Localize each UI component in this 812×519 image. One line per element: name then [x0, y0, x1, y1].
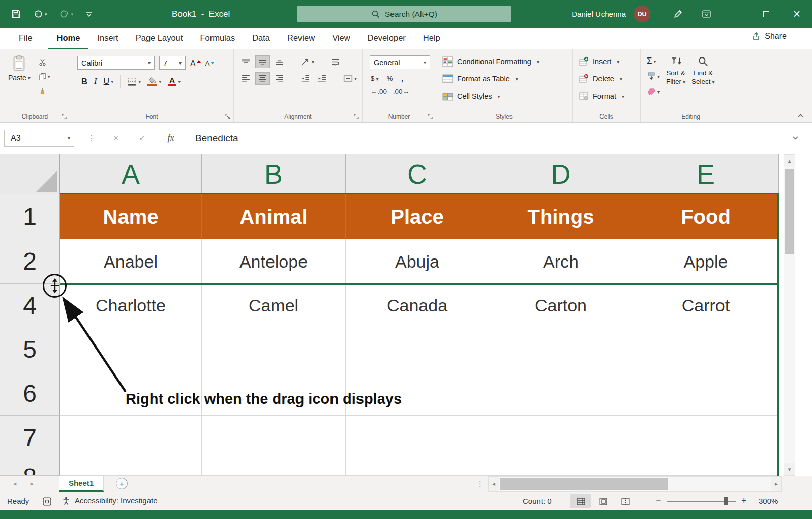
- align-center-button[interactable]: [256, 73, 269, 84]
- tab-home[interactable]: Home: [48, 28, 89, 49]
- save-button[interactable]: [11, 9, 21, 19]
- sheet-tab-sheet1[interactable]: Sheet1: [59, 476, 104, 492]
- share-button[interactable]: Share: [751, 32, 787, 41]
- cell-E2[interactable]: Apple: [633, 239, 779, 284]
- number-format-select[interactable]: General▾: [370, 55, 430, 69]
- horizontal-scrollbar[interactable]: ◂ ▸: [488, 476, 782, 492]
- horizontal-scroll-track[interactable]: [499, 476, 771, 492]
- scroll-right-icon[interactable]: ▸: [771, 476, 782, 492]
- sheet-nav-left-icon[interactable]: ◂: [6, 476, 23, 492]
- align-top-button[interactable]: [239, 56, 253, 68]
- number-dialog-launcher[interactable]: [427, 113, 433, 120]
- scroll-up-icon[interactable]: ▴: [784, 155, 795, 167]
- cell-D2[interactable]: Arch: [489, 239, 633, 284]
- bold-button[interactable]: B: [81, 77, 87, 86]
- new-sheet-button[interactable]: +: [116, 478, 128, 489]
- cell-B5[interactable]: [202, 327, 346, 371]
- cell-styles-button[interactable]: Cell Styles▾: [442, 89, 572, 104]
- cell-C2[interactable]: Abuja: [346, 239, 489, 284]
- tab-scrollbar-splitter[interactable]: ⋮: [472, 476, 488, 492]
- autosum-dropdown-icon[interactable]: ▾: [654, 59, 656, 64]
- name-box-dropdown-icon[interactable]: ▾: [68, 130, 70, 146]
- cell-D1[interactable]: Things: [489, 194, 633, 239]
- scroll-left-icon[interactable]: ◂: [488, 476, 499, 492]
- vertical-scrollbar[interactable]: ▴ ▾: [784, 154, 795, 476]
- conditional-formatting-button[interactable]: Conditional Formatting▾: [442, 54, 572, 69]
- row-resize-boundary-line[interactable]: [60, 283, 779, 285]
- zoom-out-button[interactable]: −: [656, 496, 661, 506]
- cell-C5[interactable]: [346, 327, 489, 371]
- font-color-dropdown-icon[interactable]: ▾: [178, 79, 181, 84]
- align-left-button[interactable]: [239, 73, 253, 84]
- align-right-button[interactable]: [273, 73, 286, 84]
- increase-indent-button[interactable]: [315, 73, 329, 84]
- cancel-button[interactable]: ×: [105, 130, 127, 147]
- tab-data[interactable]: Data: [244, 28, 279, 49]
- formula-bar-expand-button[interactable]: [786, 130, 805, 147]
- cell-A7[interactable]: [60, 416, 202, 460]
- italic-button[interactable]: I: [94, 76, 97, 86]
- undo-button[interactable]: ▾: [33, 10, 47, 18]
- cell-D5[interactable]: [489, 327, 633, 371]
- fill-dropdown-icon[interactable]: ▾: [657, 74, 660, 79]
- maximize-button[interactable]: [751, 0, 781, 28]
- cell-D7[interactable]: [489, 416, 633, 460]
- formula-bar-splitter[interactable]: ⋮: [87, 130, 96, 147]
- row-header-7[interactable]: 7: [0, 416, 60, 460]
- comma-style-button[interactable]: ,: [401, 73, 403, 84]
- autosum-button[interactable]: Σ▾: [647, 56, 660, 66]
- cell-A5[interactable]: [60, 327, 202, 371]
- clear-dropdown-icon[interactable]: ▾: [657, 89, 660, 95]
- font-size-select[interactable]: 7▾: [159, 56, 186, 70]
- accounting-format-button[interactable]: $▾: [371, 75, 378, 82]
- orientation-dropdown-icon[interactable]: ▾: [312, 59, 314, 65]
- undo-dropdown-icon[interactable]: ▾: [45, 12, 47, 17]
- cell-B7[interactable]: [202, 416, 346, 460]
- tab-formulas[interactable]: Formulas: [191, 28, 244, 49]
- insert-function-button[interactable]: fx: [160, 130, 182, 147]
- close-button[interactable]: ×: [781, 0, 812, 28]
- tab-review[interactable]: Review: [279, 28, 323, 49]
- format-painter-button[interactable]: [39, 86, 50, 95]
- row-header-6[interactable]: 6: [0, 371, 60, 416]
- search-box[interactable]: Search (Alt+Q): [297, 6, 511, 22]
- decrease-decimal-button[interactable]: .00→: [393, 88, 409, 95]
- format-cells-button[interactable]: Format▾: [579, 89, 640, 104]
- tab-insert[interactable]: Insert: [88, 28, 127, 49]
- paste-dropdown-icon[interactable]: ▾: [28, 75, 31, 81]
- cell-D4[interactable]: Carton: [489, 284, 633, 327]
- page-layout-view-button[interactable]: [593, 494, 613, 508]
- cell-A2[interactable]: Anabel: [60, 239, 202, 284]
- page-break-view-button[interactable]: [615, 494, 636, 508]
- fill-button[interactable]: ▾: [647, 71, 660, 81]
- font-color-button[interactable]: A ▾: [168, 77, 181, 86]
- sheet-nav-right-icon[interactable]: ▸: [23, 476, 41, 492]
- increase-decimal-button[interactable]: ←.00: [371, 88, 387, 95]
- fill-color-button[interactable]: ▾: [147, 77, 161, 86]
- orientation-button[interactable]: ▾: [298, 56, 316, 68]
- cell-B4[interactable]: Camel: [202, 284, 346, 327]
- increase-font-size-button[interactable]: A: [190, 58, 201, 68]
- cell-C1[interactable]: Place: [346, 194, 489, 239]
- formula-input[interactable]: Benedicta: [186, 130, 780, 147]
- name-box[interactable]: A3 ▾: [4, 130, 74, 147]
- find-select-dropdown-icon[interactable]: ▾: [712, 79, 715, 85]
- clipboard-dialog-launcher[interactable]: [61, 113, 67, 120]
- cell-E1[interactable]: Food: [633, 194, 779, 239]
- wrap-text-button[interactable]: [328, 56, 342, 68]
- delete-cells-button[interactable]: Delete▾: [579, 71, 640, 86]
- clear-button[interactable]: ▾: [647, 86, 660, 97]
- customize-quick-access-button[interactable]: [85, 11, 93, 17]
- inking-button[interactable]: [664, 9, 692, 19]
- decrease-font-size-button[interactable]: A: [205, 59, 215, 67]
- zoom-in-button[interactable]: +: [741, 496, 747, 506]
- font-dialog-launcher[interactable]: [225, 113, 231, 120]
- insert-cells-button[interactable]: Insert▾: [579, 54, 640, 69]
- fill-color-dropdown-icon[interactable]: ▾: [159, 79, 161, 84]
- cell-C8[interactable]: [346, 460, 489, 476]
- cell-A8[interactable]: [60, 460, 202, 476]
- horizontal-scroll-thumb[interactable]: [500, 478, 668, 490]
- tab-page-layout[interactable]: Page Layout: [127, 28, 192, 49]
- cell-D6[interactable]: [489, 371, 633, 416]
- user-name[interactable]: Daniel Uchenna: [572, 10, 626, 18]
